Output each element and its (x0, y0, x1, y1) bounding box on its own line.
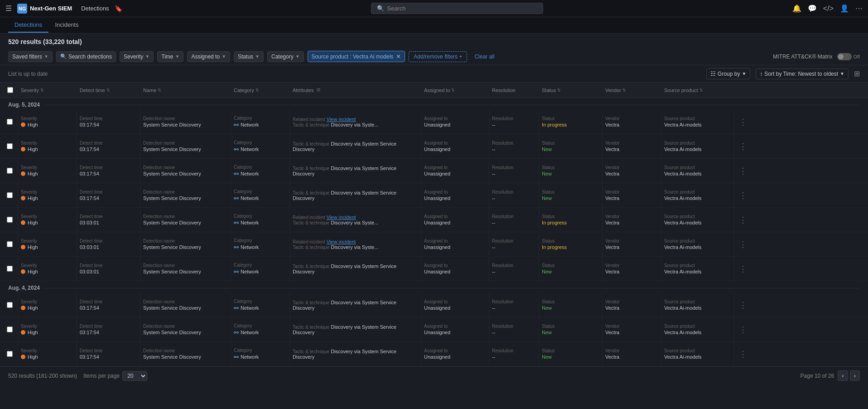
th-detect-time[interactable]: Detect time ⇅ (77, 88, 140, 93)
row-checkbox[interactable] (7, 326, 13, 332)
row-checkbox[interactable] (7, 266, 13, 272)
assigned-to-filter-button[interactable]: Assigned to ▼ (187, 51, 230, 62)
notifications-icon[interactable]: 🔔 (792, 4, 801, 13)
table-row[interactable]: Severity High Detect time 03:17:54 Detec… (0, 183, 868, 208)
tactic-label: Tactic & technique (293, 122, 329, 127)
saved-filters-button[interactable]: Saved filters ▼ (8, 51, 53, 62)
row-more-options[interactable]: ⋮ (734, 208, 752, 232)
network-icon: ⚯ (234, 354, 239, 360)
row-more-options[interactable]: ⋮ (734, 257, 752, 281)
th-attributes[interactable]: Attributes ⚙ (290, 87, 421, 93)
nav-detections[interactable]: Detections (77, 3, 112, 14)
add-remove-filters-button[interactable]: Add/remove filters + (409, 51, 467, 62)
row-checkbox[interactable] (7, 217, 13, 223)
table-row[interactable]: Severity High Detect time 03:03:01 Detec… (0, 232, 868, 257)
toggle-track[interactable] (837, 53, 852, 60)
apps-icon[interactable]: </> (823, 5, 834, 13)
next-page-button[interactable]: › (850, 370, 860, 381)
table-row[interactable]: Severity High Detect time 03:17:54 Detec… (0, 110, 868, 134)
per-page-select[interactable]: 20 50 100 (122, 371, 147, 381)
th-severity[interactable]: Severity ⇅ (18, 88, 77, 93)
tab-incidents[interactable]: Incidents (48, 18, 85, 33)
row-checkbox-cell (2, 257, 18, 281)
category-label-cell: Category (234, 323, 287, 328)
row-checkbox-cell (2, 232, 18, 256)
row-more-options[interactable]: ⋮ (734, 317, 752, 341)
severity-wrap: High (21, 195, 74, 201)
search-detections-button[interactable]: 🔍 Search detections (56, 51, 116, 62)
row-checkbox[interactable] (7, 143, 13, 149)
attributes-settings-icon[interactable]: ⚙ (316, 87, 321, 93)
saved-filters-chevron: ▼ (44, 54, 48, 59)
group-by-button[interactable]: ☷ Group by ▼ (706, 68, 750, 79)
detection-name-label-cell: Detection name (143, 214, 228, 219)
footer: 520 results (181-200 shown) Items per pa… (0, 366, 868, 385)
row-more-options[interactable]: ⋮ (734, 232, 752, 256)
table-row[interactable]: Severity High Detect time 03:17:54 Detec… (0, 159, 868, 183)
resolution-label-cell: Resolution (492, 239, 536, 243)
table-row[interactable]: Severity High Detect time 03:03:01 Detec… (0, 208, 868, 232)
bookmark-icon[interactable]: 🔖 (115, 5, 122, 12)
detection-name-label-cell: Detection name (143, 324, 228, 329)
severity-cell: Severity High (18, 208, 77, 232)
view-incident-link[interactable]: View incident (327, 117, 356, 122)
status-filter-button[interactable]: Status ▼ (234, 51, 264, 62)
category-label-cell: Category (234, 348, 287, 353)
row-more-options[interactable]: ⋮ (734, 342, 752, 366)
detection-name-value: System Service Discovery (143, 171, 228, 176)
tactic-value: Discovery via Syste... (331, 122, 378, 127)
view-incident-link[interactable]: View incident (327, 214, 356, 220)
th-resolution-label: Resolution (492, 88, 516, 93)
category-filter-button[interactable]: Category ▼ (267, 51, 304, 62)
row-checkbox[interactable] (7, 168, 13, 174)
select-all-checkbox[interactable] (7, 87, 13, 93)
sort-by-button[interactable]: ↕ Sort by Time: Newest to oldest ▼ (756, 68, 849, 79)
row-more-options[interactable]: ⋮ (734, 293, 752, 317)
row-checkbox[interactable] (7, 351, 13, 357)
hamburger-menu[interactable]: ☰ (5, 4, 12, 13)
more-nav-icon[interactable]: ⋯ (855, 4, 863, 13)
row-checkbox[interactable] (7, 302, 13, 308)
row-checkbox[interactable] (7, 119, 13, 125)
mitre-toggle[interactable]: Off (837, 53, 860, 60)
detection-name-value: System Service Discovery (143, 354, 228, 360)
time-filter-button[interactable]: Time ▼ (157, 51, 183, 62)
clear-all-button[interactable]: Clear all (471, 52, 498, 62)
table-row[interactable]: Severity High Detect time 03:17:54 Detec… (0, 134, 868, 159)
view-incident-link[interactable]: View incident (327, 239, 356, 244)
th-assigned-to[interactable]: Assigned to ⇅ (421, 88, 489, 93)
th-resolution[interactable]: Resolution (489, 88, 539, 93)
assigned-value: Unassigned (424, 220, 486, 225)
th-source-product[interactable]: Source product ⇅ (661, 88, 734, 93)
th-vendor[interactable]: Vendor ⇅ (603, 88, 661, 93)
user-icon[interactable]: 👤 (840, 4, 849, 13)
resolution-cell: Resolution -- (489, 293, 539, 317)
row-checkbox[interactable] (7, 241, 13, 247)
row-more-options[interactable]: ⋮ (734, 110, 752, 134)
items-per-page: Items per page 20 50 100 (83, 371, 147, 381)
row-more-options[interactable]: ⋮ (734, 134, 752, 158)
source-product-close-icon[interactable]: ✕ (396, 53, 401, 60)
resolution-cell: Resolution -- (489, 110, 539, 134)
search-bar[interactable]: 🔍 Search (371, 3, 543, 14)
column-settings-icon[interactable]: ⊞ (854, 69, 860, 78)
row-more-options[interactable]: ⋮ (734, 183, 752, 207)
detection-name-cell: Detection name System Service Discovery (140, 293, 231, 317)
row-more-options[interactable]: ⋮ (734, 159, 752, 183)
row-checkbox-cell (2, 342, 18, 366)
severity-filter-button[interactable]: Severity ▼ (120, 51, 154, 62)
detection-name-label-cell: Detection name (143, 165, 228, 170)
table-row[interactable]: Severity High Detect time 03:17:54 Detec… (0, 342, 868, 366)
source-product-filter-active[interactable]: Source product : Vectra Ai models ✕ (308, 51, 405, 62)
row-checkbox[interactable] (7, 192, 13, 198)
th-status[interactable]: Status ⇅ (539, 88, 603, 93)
messages-icon[interactable]: 💬 (808, 4, 817, 13)
table-row[interactable]: Severity High Detect time 03:17:54 Detec… (0, 293, 868, 317)
th-name[interactable]: Name ⇅ (140, 88, 231, 93)
prev-page-button[interactable]: ‹ (838, 370, 848, 381)
table-row[interactable]: Severity High Detect time 03:03:01 Detec… (0, 257, 868, 281)
source-label-cell: Source product (664, 165, 731, 170)
th-category[interactable]: Category ⇅ (231, 88, 290, 93)
table-row[interactable]: Severity High Detect time 03:17:54 Detec… (0, 317, 868, 342)
tab-detections[interactable]: Detections (8, 18, 48, 33)
